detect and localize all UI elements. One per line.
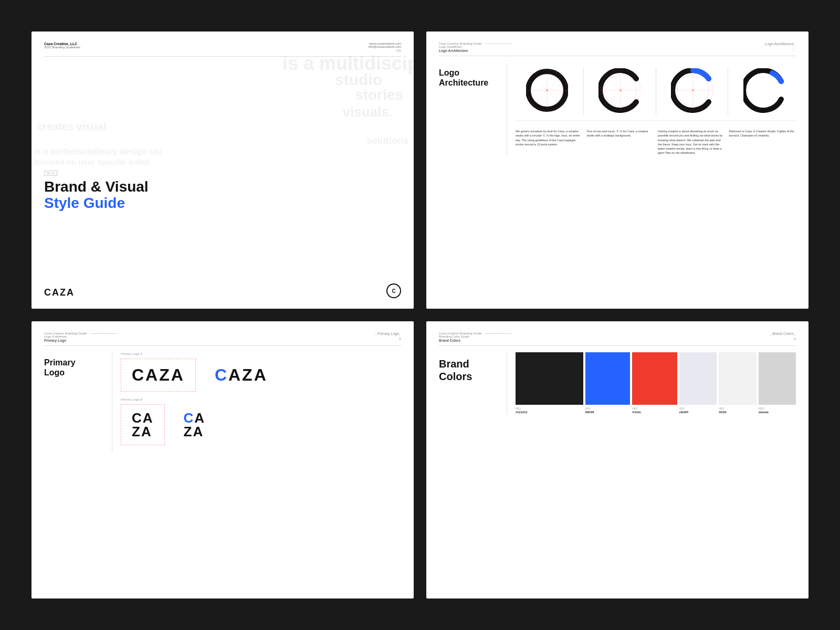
subsection-title: Brand Colors [439,339,513,342]
brand-colors-body: Brand Colors HEX #1d1d1d [439,352,796,415]
slide-1-footer: CAZA C [44,277,401,298]
section-text: Logo Guidelines [439,45,461,48]
slide-2-header: Caza Creative Branding Guide ————————→ L… [439,42,796,56]
swatch-blue: HEX 2863f9 [585,352,631,415]
swatch-silver: HEX dadada [759,352,796,415]
logo-arch-right-col: We govern ourselves by time for Caza, a … [516,62,796,155]
version-badge: Vol. 01 [44,171,57,176]
bg-word-3: stories [355,87,403,103]
variant-label-b: Primary Logo B [121,398,401,401]
logo-arch-left-col: Logo Architecture [439,62,507,155]
desc-text-2: Getting creative is about absorbing as m… [658,129,725,155]
version-indicator: Vol. 01 [44,171,401,176]
logo-arch-title: Logo Architecture [439,68,500,88]
caza-logo-clean-a: CAZA [204,359,278,391]
brand-colors-left-col: Brand Colors [439,352,507,415]
section-path: Logo Guidelines [439,45,513,48]
swatch-red: HEX f13a0c [632,352,677,415]
primary-logo-body: Primary Logo Primary Logo A CAZA [44,352,401,452]
swatch-label-black: HEX #1d1d1d [516,407,583,415]
variant-section-a: Primary Logo A CAZA CAZA [121,352,401,392]
stack-line1-clean: CA [184,411,206,425]
desc-item-3: Welcome to Caza. A Creative Studio. Figh… [729,129,796,155]
logo-descriptions-row: We govern ourselves by time for Caza, a … [516,129,796,155]
specimen-c-solid-inner [743,68,785,115]
svg-point-19 [692,89,694,91]
brand-colors-right-col: HEX #1d1d1d HEX 2863f9 [516,352,796,415]
caza-text-clean: CAZA [215,365,268,385]
section-text: Branding Color Guide [439,335,469,338]
slide-title-tag: _Primary Logo_ [375,332,401,335]
title-line2: Logo [44,368,65,377]
header-right: _Primary Logo_ 3 [375,332,401,341]
svg-point-7 [546,89,548,91]
hex-value-black: #1d1d1d [516,411,527,414]
variant-label-a: Primary Logo A [121,352,401,355]
brand-title-line2: Colors [439,371,472,382]
swatch-white: HEX f2f2f2 [719,352,756,415]
swatch-lightgray: HEX e8e8f5 [679,352,717,415]
swatch-label-red: HEX f13a0c [632,407,677,415]
caza-stack-clean: CA ZA [184,411,206,438]
desc-text-3: Welcome to Caza. A Creative Studio. Figh… [729,129,796,138]
desc-item-1: First of one and curve, 'C' is for Caza,… [587,129,654,155]
specimen-c-partial [660,68,724,115]
slide-grid: Caza Creative, LLC 2021 Branding Guideli… [0,0,840,630]
slide-logo-architecture: Caza Creative Branding Guide ————————→ L… [426,32,808,309]
title-line1: Primary [44,358,76,367]
hex-prefix-blue: HEX [585,407,631,411]
variant-row-b: CA ZA CA ZA [121,404,401,445]
section-path: Logo Guidelines [44,335,118,338]
page-num: 3 [399,337,401,341]
swatch-color-lightgray [679,352,717,405]
subsection-title: Logo Architecture [439,49,513,52]
specimen-c-solid [732,68,796,115]
desc-item-2: Getting creative is about absorbing as m… [658,129,725,155]
hex-prefix-lg: HEX [679,407,717,411]
slide-title-tag: _Logo Architecture_ [763,42,796,46]
page-num: 4 [794,337,796,341]
header-left: Caza Creative Branding Guide ————————→ L… [44,332,118,342]
slide-brand-intro: Caza Creative, LLC 2021 Branding Guideli… [32,32,414,309]
title-line1: Brand & Visual [44,179,401,195]
dots-menu[interactable]: ⋮ [791,46,796,51]
desc-text-0: We govern ourselves by time for Caza, a … [516,129,583,146]
hex-prefix-black: HEX [516,407,583,411]
specimen-o-svg [526,68,568,113]
variant-section-b: Primary Logo B CA ZA [121,398,401,445]
caza-logo-outlined-a: CAZA [121,359,196,392]
desc-text-1: First of one and curve, 'C' is for Caza,… [587,129,654,138]
swatch-color-white [719,352,756,405]
bg-word-2: studio [335,71,382,89]
company-name: Caza Creative, LLC [44,42,80,46]
slide-primary-logo: Caza Creative Branding Guide ————————→ L… [32,321,414,598]
primary-logo-title: Primary Logo [44,358,106,377]
stack-line2-clean: ZA [184,425,206,438]
subsection-title: Primary Logo [44,339,118,342]
hex-value-blue: 2863f9 [585,411,594,414]
hex-prefix-red: HEX [632,407,677,411]
specimen-c-inner [598,68,640,115]
stack-line2: ZA [132,425,154,438]
header-right: _Logo Architecture_ ⋮ [763,42,796,51]
slide-brand-colors: Caza Creative Branding Guide ————————→ B… [426,321,808,598]
main-title-area: Vol. 01 Brand & Visual Style Guide [44,129,401,212]
swatch-black: HEX #1d1d1d [516,352,583,415]
stack-line1: CA [132,411,154,425]
bg-word-4: visuals. [343,104,393,120]
hex-value-silver: dadada [759,411,769,414]
primary-logo-right-col: Primary Logo A CAZA CAZA [112,352,401,452]
specimen-c-svg [598,68,640,113]
section-text: Logo Guidelines [44,335,67,338]
specimen-c-partial-svg [671,68,713,113]
caza-stack-outlined: CA ZA [132,411,154,438]
title-line2: Style Guide [44,195,401,212]
spec-divider-3 [728,68,728,115]
swatch-color-red [632,352,677,405]
swatch-label-white: HEX f2f2f2 [719,407,756,415]
header-left: Caza Creative Branding Guide ————————→ L… [439,42,513,52]
specimens-row [516,62,796,120]
swatch-color-silver [759,352,796,405]
logo-arch-body: Logo Architecture [439,62,796,155]
hex-value-red: f13a0c [632,411,641,414]
